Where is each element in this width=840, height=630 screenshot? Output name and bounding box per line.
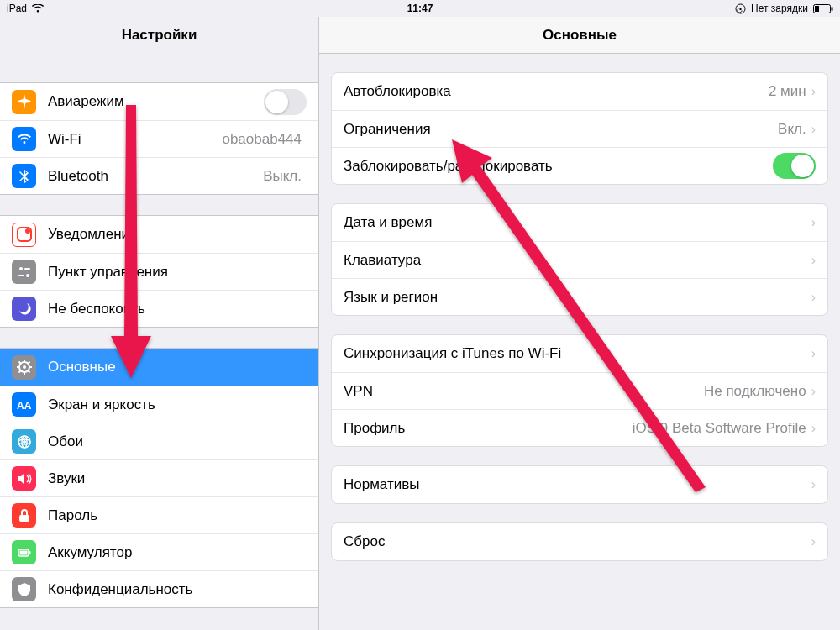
sidebar-item-bluetooth[interactable]: Bluetooth Выкл. bbox=[0, 157, 318, 194]
wifi-value: obaobab444 bbox=[222, 131, 302, 148]
airplane-label: Авиарежим bbox=[48, 93, 264, 110]
general-icon bbox=[12, 355, 36, 380]
svg-rect-8 bbox=[24, 268, 30, 270]
sidebar-item-battery[interactable]: Аккумулятор bbox=[0, 533, 318, 570]
detail-group-locale: Дата и время › Клавиатура › Язык и регио… bbox=[331, 203, 828, 316]
profile-label: Профиль bbox=[344, 420, 633, 437]
row-profile[interactable]: Профиль iOS 9 Beta Software Profile › bbox=[332, 409, 827, 446]
restrictions-label: Ограничения bbox=[344, 121, 778, 138]
battery-label: Аккумулятор bbox=[48, 544, 307, 561]
sounds-label: Звуки bbox=[48, 470, 307, 487]
detail-group-lock: Автоблокировка 2 мин › Ограничения Вкл. … bbox=[331, 72, 828, 185]
sidebar-group-network: Авиарежим Wi-Fi obaobab444 Bluetooth Вык… bbox=[0, 82, 318, 195]
device-label: iPad bbox=[7, 3, 27, 14]
row-restrictions[interactable]: Ограничения Вкл. › bbox=[332, 110, 827, 147]
general-label: Основные bbox=[48, 359, 307, 375]
detail-title: Основные bbox=[319, 17, 840, 54]
svg-rect-10 bbox=[18, 275, 24, 276]
chevron-right-icon: › bbox=[811, 534, 816, 549]
privacy-label: Конфиденциальность bbox=[48, 581, 307, 598]
row-regulatory[interactable]: Нормативы › bbox=[332, 466, 827, 503]
sidebar-item-airplane[interactable]: Авиарежим bbox=[0, 83, 318, 120]
sidebar-title: Настройки bbox=[0, 17, 318, 54]
svg-point-12 bbox=[23, 365, 26, 369]
privacy-icon bbox=[12, 577, 36, 601]
display-label: Экран и яркость bbox=[48, 396, 307, 413]
passcode-icon bbox=[12, 503, 36, 528]
chevron-right-icon: › bbox=[811, 346, 816, 361]
vpn-label: VPN bbox=[344, 383, 704, 400]
sidebar-item-general[interactable]: Основные bbox=[0, 349, 318, 386]
settings-sidebar: Настройки Авиарежим Wi-Fi obaobab444 bbox=[0, 17, 319, 630]
airplane-toggle[interactable] bbox=[264, 89, 307, 115]
lockunlock-toggle[interactable] bbox=[773, 153, 816, 179]
sidebar-item-sounds[interactable]: Звуки bbox=[0, 459, 318, 496]
svg-line-20 bbox=[28, 362, 29, 364]
status-bar: iPad 11:47 Нет зарядки bbox=[0, 0, 840, 17]
control-center-label: Пункт управления bbox=[48, 264, 307, 281]
row-itunes-wifi-sync[interactable]: Синхронизация с iTunes по Wi-Fi › bbox=[332, 335, 827, 372]
detail-pane: Основные Автоблокировка 2 мин › Ограниче… bbox=[319, 17, 840, 630]
chevron-right-icon: › bbox=[811, 253, 816, 268]
row-language-region[interactable]: Язык и регион › bbox=[332, 278, 827, 315]
dnd-icon bbox=[12, 297, 36, 321]
svg-rect-3 bbox=[832, 7, 833, 11]
sidebar-item-privacy[interactable]: Конфиденциальность bbox=[0, 570, 318, 607]
vpn-value: Не подключено bbox=[704, 383, 806, 400]
chevron-right-icon: › bbox=[811, 122, 816, 137]
battery-icon bbox=[813, 4, 833, 13]
charge-label: Нет зарядки bbox=[751, 3, 808, 14]
sidebar-item-control-center[interactable]: Пункт управления bbox=[0, 253, 318, 290]
svg-rect-4 bbox=[815, 6, 819, 12]
row-keyboard[interactable]: Клавиатура › bbox=[332, 241, 827, 278]
svg-line-19 bbox=[18, 371, 20, 373]
chevron-right-icon: › bbox=[811, 421, 816, 436]
display-icon: AA bbox=[12, 392, 36, 417]
lockunlock-label: Заблокировать/разблокировать bbox=[344, 158, 773, 175]
notifications-label: Уведомления bbox=[48, 226, 307, 243]
reset-label: Сброс bbox=[344, 533, 811, 550]
restrictions-value: Вкл. bbox=[778, 121, 806, 138]
chevron-right-icon: › bbox=[811, 215, 816, 230]
battery-settings-icon bbox=[12, 540, 36, 564]
keyboard-label: Клавиатура bbox=[344, 252, 811, 269]
sidebar-item-passcode[interactable]: Пароль bbox=[0, 496, 318, 533]
sidebar-item-display[interactable]: AA Экран и яркость bbox=[0, 386, 318, 423]
svg-rect-28 bbox=[29, 551, 30, 554]
regulatory-label: Нормативы bbox=[344, 476, 811, 493]
dnd-label: Не беспокоить bbox=[48, 301, 307, 318]
row-date-time[interactable]: Дата и время › bbox=[332, 204, 827, 241]
svg-point-6 bbox=[25, 228, 30, 234]
svg-line-18 bbox=[28, 371, 29, 373]
svg-rect-1 bbox=[740, 8, 742, 10]
chevron-right-icon: › bbox=[811, 477, 816, 492]
itunes-sync-label: Синхронизация с iTunes по Wi-Fi bbox=[344, 345, 811, 362]
sidebar-item-wifi[interactable]: Wi-Fi obaobab444 bbox=[0, 120, 318, 157]
notifications-icon bbox=[12, 223, 36, 247]
sidebar-group-notify: Уведомления Пункт управления Не беспокои… bbox=[0, 215, 318, 328]
clock: 11:47 bbox=[407, 3, 433, 14]
svg-rect-26 bbox=[19, 515, 29, 522]
chevron-right-icon: › bbox=[811, 290, 816, 305]
svg-rect-29 bbox=[19, 550, 27, 554]
rotation-lock-icon bbox=[735, 3, 746, 14]
row-vpn[interactable]: VPN Не подключено › bbox=[332, 372, 827, 409]
svg-point-7 bbox=[19, 267, 23, 270]
sidebar-item-wallpaper[interactable]: Обои bbox=[0, 423, 318, 459]
detail-group-sync: Синхронизация с iTunes по Wi-Fi › VPN Не… bbox=[331, 334, 828, 447]
sidebar-item-dnd[interactable]: Не беспокоить bbox=[0, 290, 318, 327]
autolock-label: Автоблокировка bbox=[344, 83, 769, 100]
passcode-label: Пароль bbox=[48, 507, 307, 524]
row-autolock[interactable]: Автоблокировка 2 мин › bbox=[332, 73, 827, 110]
chevron-right-icon: › bbox=[811, 84, 816, 99]
control-center-icon bbox=[12, 260, 36, 284]
row-reset[interactable]: Сброс › bbox=[332, 523, 827, 560]
detail-group-regulatory: Нормативы › bbox=[331, 465, 828, 504]
bluetooth-value: Выкл. bbox=[263, 168, 302, 185]
autolock-value: 2 мин bbox=[769, 83, 806, 100]
chevron-right-icon: › bbox=[811, 384, 816, 399]
wallpaper-label: Обои bbox=[48, 433, 307, 450]
detail-group-reset: Сброс › bbox=[331, 522, 828, 561]
sidebar-item-notifications[interactable]: Уведомления bbox=[0, 216, 318, 253]
row-lock-unlock[interactable]: Заблокировать/разблокировать bbox=[332, 147, 827, 184]
